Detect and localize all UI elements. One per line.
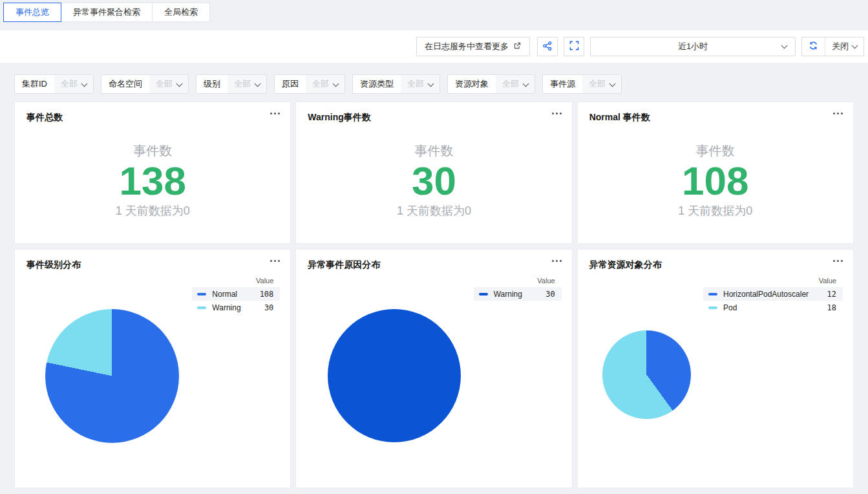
legend-label: Pod xyxy=(723,303,737,312)
stat-compare-note: 1 天前数据为0 xyxy=(678,203,752,219)
close-label: 关闭 xyxy=(832,41,849,52)
view-more-label: 在日志服务中查看更多 xyxy=(425,41,509,52)
chevron-down-icon xyxy=(255,81,261,87)
card-title: 异常资源对象分布 xyxy=(589,259,662,271)
filter-label: 事件源 xyxy=(543,75,582,93)
refresh-close-group: 关闭 xyxy=(801,37,864,56)
filter-value-dropdown[interactable]: 全部 xyxy=(496,75,535,93)
legend-label: Warning xyxy=(212,303,240,312)
filter-value-dropdown[interactable]: 全部 xyxy=(54,75,93,93)
filter-value-dropdown[interactable]: 全部 xyxy=(401,75,439,93)
filter-label: 级别 xyxy=(196,75,228,93)
filter-value-dropdown[interactable]: 全部 xyxy=(306,75,344,93)
stat-value: 138 xyxy=(119,160,185,203)
filter-selected-value: 全部 xyxy=(156,78,173,90)
tab-global-search[interactable]: 全局检索 xyxy=(152,3,210,22)
share-icon xyxy=(542,41,553,53)
legend-value-header: Value xyxy=(192,275,280,287)
filter-bar: 集群ID 全部 命名空间 全部 级别 全部 原因 全部 资源类型 全部 xyxy=(14,74,868,94)
chevron-down-icon xyxy=(852,43,858,49)
legend-item-warning[interactable]: Warning 30 xyxy=(474,287,562,301)
chevron-down-icon xyxy=(523,81,529,87)
external-link-icon xyxy=(513,41,522,52)
filter-selected-value: 全部 xyxy=(502,78,519,90)
stat-value: 108 xyxy=(682,160,748,203)
card-title: 事件级别分布 xyxy=(26,259,81,271)
share-button[interactable] xyxy=(537,37,558,56)
close-dropdown-button[interactable]: 关闭 xyxy=(825,38,863,56)
legend-marker xyxy=(197,306,206,309)
filter-label: 命名空间 xyxy=(101,75,149,93)
filter-event-source: 事件源 全部 xyxy=(542,74,622,94)
legend-marker xyxy=(708,293,717,295)
chart-legend: Value HorizontalPodAutoscaler 12 Pod 18 xyxy=(703,275,843,314)
card-abnormal-event-reason-distribution: 异常事件原因分布 Value Warning 30 xyxy=(295,249,572,488)
filter-selected-value: 全部 xyxy=(589,78,606,90)
filter-value-dropdown[interactable]: 全部 xyxy=(149,75,188,93)
legend-value: 30 xyxy=(531,290,555,299)
tab-event-overview[interactable]: 事件总览 xyxy=(3,3,61,22)
fullscreen-button[interactable] xyxy=(564,37,584,56)
card-title: 异常事件原因分布 xyxy=(308,259,380,271)
filter-resource-object: 资源对象 全部 xyxy=(447,74,535,94)
filter-value-dropdown[interactable]: 全部 xyxy=(228,75,266,93)
legend-item-horizontalpodautoscaler[interactable]: HorizontalPodAutoscaler 12 xyxy=(703,287,843,301)
filter-value-dropdown[interactable]: 全部 xyxy=(582,75,621,93)
pie-cards-row: 事件级别分布 Value Normal 108 Warning 30 异常事件原… xyxy=(14,249,854,488)
chevron-down-icon xyxy=(781,43,788,49)
card-warning-events: Warning事件数 事件数 30 1 天前数据为0 xyxy=(295,102,572,244)
legend-item-normal[interactable]: Normal 108 xyxy=(192,287,280,301)
filter-selected-value: 全部 xyxy=(61,78,78,90)
filter-label: 集群ID xyxy=(15,75,54,93)
view-more-in-log-service-button[interactable]: 在日志服务中查看更多 xyxy=(416,37,530,56)
legend-marker xyxy=(708,306,717,309)
filter-label: 原因 xyxy=(275,75,306,93)
legend-value-header: Value xyxy=(474,275,562,287)
tab-bar: 事件总览 异常事件聚合检索 全局检索 xyxy=(0,0,868,22)
legend-item-warning[interactable]: Warning 30 xyxy=(192,301,280,314)
stat-metric-label: 事件数 xyxy=(696,142,735,160)
legend-marker xyxy=(479,293,488,295)
pie-chart-abnormal-resource-object[interactable] xyxy=(602,330,691,419)
chevron-down-icon xyxy=(428,81,434,87)
stat-compare-note: 1 天前数据为0 xyxy=(397,203,471,219)
more-menu-icon[interactable] xyxy=(832,256,844,266)
legend-value: 30 xyxy=(250,303,273,312)
stat-body: 事件数 138 1 天前数据为0 xyxy=(15,102,290,243)
refresh-button[interactable] xyxy=(802,38,825,56)
chart-legend: Value Normal 108 Warning 30 xyxy=(192,275,280,314)
filter-label: 资源类型 xyxy=(353,75,401,93)
more-menu-icon[interactable] xyxy=(551,256,563,266)
tab-abnormal-event-search[interactable]: 异常事件聚合检索 xyxy=(61,3,153,22)
card-abnormal-resource-object-distribution: 异常资源对象分布 Value HorizontalPodAutoscaler 1… xyxy=(577,249,854,488)
filter-selected-value: 全部 xyxy=(407,78,424,90)
filter-namespace: 命名空间 全部 xyxy=(101,74,189,94)
card-normal-events: Normal 事件数 事件数 108 1 天前数据为0 xyxy=(577,102,854,244)
filter-cluster-id: 集群ID 全部 xyxy=(14,74,94,94)
filter-reason: 原因 全部 xyxy=(274,74,345,94)
stat-cards-row: 事件总数 事件数 138 1 天前数据为0 Warning事件数 事件数 30 … xyxy=(14,102,854,244)
stat-metric-label: 事件数 xyxy=(133,142,172,160)
chevron-down-icon xyxy=(176,81,183,87)
pie-chart-abnormal-reason[interactable] xyxy=(328,309,461,442)
chart-legend: Value Warning 30 xyxy=(474,275,562,301)
stat-body: 事件数 30 1 天前数据为0 xyxy=(296,102,571,243)
legend-value: 108 xyxy=(246,290,274,299)
legend-label: Warning xyxy=(494,290,522,299)
legend-item-pod[interactable]: Pod 18 xyxy=(703,301,843,314)
stat-metric-label: 事件数 xyxy=(414,142,453,160)
stat-compare-note: 1 天前数据为0 xyxy=(116,203,190,219)
filter-selected-value: 全部 xyxy=(312,78,329,90)
more-menu-icon[interactable] xyxy=(269,256,281,266)
legend-value: 18 xyxy=(813,303,836,312)
stat-body: 事件数 108 1 天前数据为0 xyxy=(578,102,853,243)
pie-chart-event-level[interactable] xyxy=(45,309,179,443)
chevron-down-icon xyxy=(333,81,339,87)
time-range-value: 近1小时 xyxy=(678,41,708,52)
legend-value-header: Value xyxy=(703,275,843,287)
legend-value: 12 xyxy=(813,290,836,299)
time-range-select[interactable]: 近1小时 xyxy=(590,37,796,56)
refresh-icon xyxy=(809,41,818,52)
legend-marker xyxy=(197,293,206,295)
card-event-level-distribution: 事件级别分布 Value Normal 108 Warning 30 xyxy=(14,249,291,488)
